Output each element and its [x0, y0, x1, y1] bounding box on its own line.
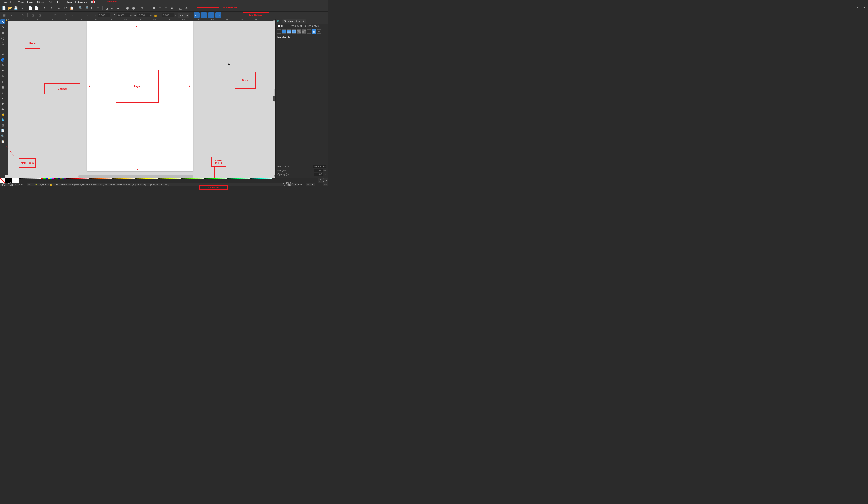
palette-menu-icon[interactable]: ▸: [325, 178, 328, 183]
layer-name[interactable]: Layer 1: [39, 183, 46, 186]
cmd-icon[interactable]: ◑: [131, 6, 136, 10]
menu-extensions[interactable]: Extensions: [73, 0, 89, 4]
tool-14[interactable]: 🖌: [0, 96, 5, 100]
palette-swatch[interactable]: [127, 178, 129, 179]
palette-swatch[interactable]: [243, 178, 245, 179]
palette-swatch[interactable]: [64, 178, 66, 179]
palette-swatch[interactable]: [73, 178, 75, 179]
x-input[interactable]: [98, 13, 110, 18]
menu-path[interactable]: Path: [46, 0, 55, 4]
menu-edit[interactable]: Edit: [9, 0, 17, 4]
tool-10[interactable]: ✎: [0, 74, 5, 79]
palette-swatch[interactable]: [21, 178, 23, 179]
menu-text[interactable]: Text: [55, 0, 63, 4]
palette-swatch[interactable]: [94, 178, 96, 179]
paint-swatch2-icon[interactable]: ⬮: [317, 30, 321, 33]
palette-swatch[interactable]: [183, 178, 185, 179]
palette-swatch[interactable]: [260, 178, 262, 179]
palette-swatch[interactable]: [104, 178, 106, 179]
color-wheel-icon[interactable]: ◔: [273, 174, 275, 177]
cmd-icon[interactable]: 🖨: [19, 6, 24, 10]
palette-swatch[interactable]: [87, 178, 89, 179]
spinner-icon[interactable]: −+: [323, 173, 326, 176]
cmd-icon[interactable]: 📋: [69, 6, 74, 10]
palette-swatch[interactable]: [145, 178, 147, 179]
palette-swatch[interactable]: [241, 178, 243, 179]
palette-swatch[interactable]: [214, 178, 216, 179]
zoom-input[interactable]: [298, 183, 306, 186]
palette-swatch[interactable]: [181, 178, 183, 179]
palette-swatch[interactable]: [189, 178, 191, 179]
palette-swatch[interactable]: [62, 178, 64, 179]
tool-0[interactable]: ⬉: [0, 20, 5, 24]
spinner-icon[interactable]: ▴▾: [111, 14, 113, 16]
align-icon[interactable]: ≡: [9, 12, 14, 18]
dock-tab-fill-stroke[interactable]: ◪ Fill and Stroke ×: [282, 20, 306, 23]
cmd-icon[interactable]: ↶: [43, 6, 48, 10]
canvas[interactable]: Ruler Canvas Page Dock Main Tools: [8, 21, 276, 175]
palette-swatch[interactable]: [194, 178, 196, 179]
palette-swatch[interactable]: [102, 178, 104, 179]
lock-icon[interactable]: 🔒: [154, 13, 157, 17]
blendmode-select[interactable]: Normal: [313, 165, 326, 168]
palette-swatch[interactable]: [114, 178, 116, 179]
palette-swatch[interactable]: [141, 178, 143, 179]
unit-select[interactable]: mm: [178, 13, 189, 18]
layer-visibility-icon[interactable]: 👁: [35, 183, 38, 186]
palette-swatch[interactable]: [29, 178, 31, 179]
tab-fill[interactable]: Fill: [277, 24, 285, 28]
palette-swatch[interactable]: [131, 178, 133, 179]
spinner-icon[interactable]: ▴▾: [130, 14, 132, 16]
palette-swatch[interactable]: [179, 178, 181, 179]
paint-radial-icon[interactable]: [292, 30, 296, 33]
palette-none-icon[interactable]: [0, 178, 5, 183]
palette-swatch[interactable]: [248, 178, 250, 179]
tool-9[interactable]: ✒: [0, 69, 5, 73]
palette-swatch[interactable]: [143, 178, 145, 179]
palette-swatch[interactable]: [25, 178, 27, 179]
tool-17[interactable]: 🔒: [0, 112, 5, 116]
palette-swatch[interactable]: [218, 178, 220, 179]
palette-swatch[interactable]: [92, 178, 94, 179]
palette-swatch[interactable]: [48, 178, 50, 179]
dock-toggle-icon[interactable]: ⋮: [273, 96, 276, 101]
tool-12[interactable]: ▦: [0, 85, 5, 89]
palette-swatch[interactable]: [212, 178, 214, 179]
palette-swatch[interactable]: [162, 178, 164, 179]
palette-swatch[interactable]: [252, 178, 254, 179]
tool-5[interactable]: ⬡: [0, 47, 5, 51]
tool-7[interactable]: 🌀: [0, 58, 5, 62]
palette-swatch[interactable]: [216, 178, 218, 179]
cmd-icon[interactable]: 🔎: [84, 6, 89, 10]
layers-icon[interactable]: ▤: [1, 12, 7, 18]
palette-swatch[interactable]: [41, 178, 43, 179]
close-icon[interactable]: ×: [303, 20, 304, 22]
palette-swatch[interactable]: [39, 178, 41, 179]
chevron-down-icon[interactable]: ⌄: [322, 20, 327, 23]
palette-swatch[interactable]: [75, 178, 77, 179]
opacity-o-input[interactable]: [19, 183, 27, 186]
palette-swatch[interactable]: [164, 178, 166, 179]
tool-4[interactable]: ⬠: [0, 41, 5, 46]
palette-swatch[interactable]: [233, 178, 235, 179]
palette-swatch[interactable]: [148, 178, 150, 179]
paint-flat-icon[interactable]: [282, 30, 286, 33]
tool-19[interactable]: ⍰: [0, 123, 5, 127]
palette-swatch[interactable]: [168, 178, 170, 179]
palette-swatch[interactable]: [19, 178, 21, 179]
blur-input[interactable]: [314, 169, 323, 172]
palette-swatch[interactable]: [196, 178, 197, 179]
cmd-icon[interactable]: ≣: [152, 6, 156, 10]
menu-object[interactable]: Object: [35, 0, 46, 4]
palette-swatch[interactable]: [156, 178, 158, 179]
palette-swatch[interactable]: [108, 178, 110, 179]
palette-swatch[interactable]: [225, 178, 227, 179]
palette-swatch[interactable]: [60, 178, 62, 179]
palette-swatch[interactable]: [220, 178, 223, 179]
palette-nav2[interactable]: ∨>: [322, 178, 325, 183]
cmd-icon[interactable]: ⊕: [90, 6, 95, 10]
palette-swatch[interactable]: [33, 178, 35, 179]
spinner-icon[interactable]: ▴▾: [150, 14, 153, 16]
tool-21[interactable]: 🔍: [0, 134, 5, 138]
palette-swatch[interactable]: [133, 178, 135, 179]
